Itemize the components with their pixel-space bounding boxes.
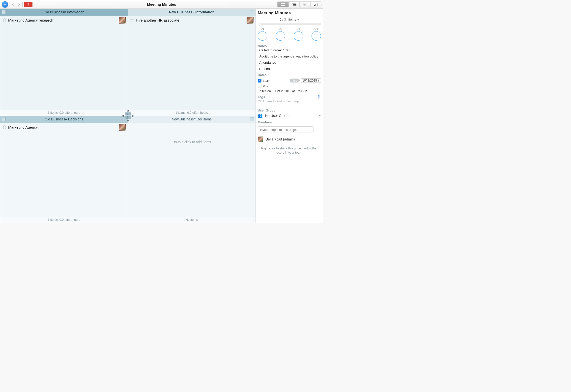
svg-rect-9 [306,2,306,3]
svg-rect-4 [292,3,296,3]
quarter-label: Q2 [279,27,282,30]
quadrant-old-business-decisions: Old Business// Decisions Marketing Agenc… [0,116,128,223]
notes-list[interactable]: Called to order: 1:03 Additions to the a… [258,48,321,71]
quadrant-title: Old Business// Information [44,10,84,14]
quadrant-body[interactable]: Double click to add items [128,123,256,217]
user-group-select[interactable]: 👥 No User Group ▲▼ [258,113,321,118]
svg-rect-2 [281,5,283,6]
toolbar: + 5 Meeting Minutes 12 [0,0,323,9]
edited-row: Edited on Oct 2, 2018 at 8:29 PM [258,89,321,93]
svg-text:12: 12 [304,4,306,6]
edited-label: Edited on [258,89,271,93]
invite-row: ＋ [258,126,321,134]
forward-button[interactable] [16,2,22,7]
quadrant-header[interactable]: Old Business// Information [0,9,128,16]
user-group-value: No User Group [265,114,288,118]
note-line: Called to order: 1:03 [259,48,321,52]
end-checkbox[interactable] [258,84,261,87]
quadrant-body[interactable]: Marketing Agency [0,123,128,217]
star-icon[interactable] [2,125,7,129]
quarter-q2[interactable]: Q2 [276,27,285,41]
add-button[interactable]: + [2,1,8,8]
view-grid-button[interactable] [278,2,288,7]
select-all-checkbox[interactable] [2,10,6,14]
select-all-checkbox[interactable] [250,117,254,121]
select-all-checkbox[interactable] [250,10,254,14]
view-list-button[interactable] [288,2,299,7]
quarter-q1[interactable]: Q1 [258,27,267,41]
item-row[interactable]: Hire another HR associate [128,16,256,25]
view-calendar-button[interactable]: 12 [299,2,310,7]
quadrant-body[interactable]: Marketing Agency research [0,16,128,110]
tags-placeholder[interactable]: Click here to add project tags [258,99,321,103]
inspector-title[interactable]: Meeting Minutes [258,11,321,16]
svg-rect-11 [314,5,315,6]
date-stepper-icon[interactable]: ▲▼ [318,79,320,82]
assignee-avatar[interactable] [119,17,126,24]
quadrant-grid: Old Business// Information Marketing Age… [0,9,256,223]
progress-row: 0 / 3 items ▲▼ [258,18,321,21]
quadrant-header[interactable]: New Business// Decisions [128,116,256,123]
member-row[interactable]: Bella Fojut (admin) [258,137,321,142]
svg-rect-0 [281,3,283,4]
select-all-checkbox[interactable] [2,117,6,121]
quadrant-new-business-information: New Business// Information Hire another … [128,9,256,116]
quarters-row: Q1 Q2 Q3 Q4 [258,27,321,41]
svg-rect-3 [283,5,285,6]
history-nav [9,2,23,7]
quadrant-footer: 1 items, 0.0 effort hours [128,110,256,116]
start-label: start [263,79,269,83]
invite-input[interactable] [258,126,314,133]
start-day-pill: Tue [290,79,300,83]
dates-label: Dates [258,73,321,77]
view-chart-button[interactable] [310,2,321,7]
tag-icon[interactable]: 🏷 [317,95,321,99]
quadrant-title: Old Business// Decisions [45,117,83,121]
item-row[interactable]: Marketing Agency research [0,16,128,25]
body: Old Business// Information Marketing Age… [0,9,323,223]
back-button[interactable] [9,2,16,7]
progress-slider[interactable] [258,23,321,25]
svg-rect-1 [283,3,285,4]
chevron-up-down-icon: ▲▼ [297,18,299,21]
notification-badge[interactable]: 5 [24,2,32,7]
edited-value: Oct 2, 2018 at 8:29 PM [275,89,307,93]
progress-count: 0 / 3 [280,18,286,21]
svg-rect-6 [293,5,296,6]
note-line: Additions to the agenda: vacation policy [259,55,321,58]
notes-label: Notes [258,44,321,48]
svg-rect-5 [293,4,296,5]
user-group-label: User Group [258,109,321,112]
quadrant-body[interactable]: Hire another HR associate [128,16,256,110]
start-date-row: ✓ start Tue 10/ 2/2018 ▲▼ [258,78,321,83]
assignee-avatar[interactable] [247,17,254,24]
view-switcher: 12 [277,1,321,7]
quadrant-new-business-decisions: New Business// Decisions Double click to… [128,116,256,223]
assignee-avatar[interactable] [119,124,126,131]
progress-unit-select[interactable]: items ▲▼ [288,18,299,21]
start-date-value: 10/ 2/2018 [302,79,317,82]
quadrant-header[interactable]: New Business// Information [128,9,256,16]
quadrant-footer: 1 items, 0.0 effort hours [0,110,128,116]
add-member-button[interactable]: ＋ [315,126,321,134]
quarter-q4[interactable]: Q4 [312,27,321,41]
quarter-label: Q3 [296,27,300,30]
quarter-circle-icon [312,31,321,41]
start-checkbox[interactable]: ✓ [258,79,261,83]
item-row[interactable]: Marketing Agency [0,123,128,132]
item-title: Marketing Agency [8,125,117,129]
chevron-up-down-icon: ▲▼ [319,114,321,117]
quarter-q3[interactable]: Q3 [294,27,303,41]
quadrant-header[interactable]: Old Business// Decisions [0,116,128,123]
drag-grip-icon[interactable]: ≡ [320,9,322,12]
quadrant-title: New Business// Decisions [172,117,212,121]
svg-rect-8 [304,2,304,3]
svg-rect-12 [315,4,316,6]
note-line: Present: [259,67,321,71]
quadrant-title: New Business// Information [169,10,215,14]
start-date-input[interactable]: 10/ 2/2018 ▲▼ [301,78,321,83]
star-icon[interactable] [2,18,7,22]
svg-rect-13 [317,3,317,6]
star-icon[interactable] [130,18,134,22]
empty-hint: Double click to add items [128,140,256,144]
